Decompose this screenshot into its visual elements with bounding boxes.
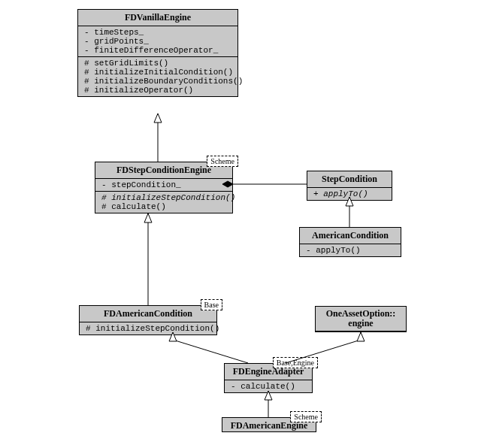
- template-param: Scheme: [207, 156, 238, 167]
- class-title: AmericanCondition: [300, 228, 401, 244]
- class-americancondition: AmericanCondition - applyTo(): [299, 227, 401, 257]
- ops: # initializeStepCondition(): [80, 322, 216, 334]
- class-fdamericancondition: Base FDAmericanCondition # initializeSte…: [79, 305, 217, 335]
- class-stepcondition: StepCondition + applyTo(): [307, 171, 392, 201]
- gen-adapter-fdamcond: [173, 332, 248, 363]
- class-title: StepCondition: [307, 171, 392, 188]
- class-title: FDVanillaEngine: [78, 10, 237, 26]
- ops: # initializeStepCondition() # calculate(…: [95, 192, 232, 213]
- ops: # setGridLimits() # initializeInitialCon…: [78, 57, 237, 96]
- template-param: Base,Engine: [273, 357, 318, 368]
- class-fdamericanengine: Scheme FDAmericanEngine: [222, 417, 316, 432]
- ops: - applyTo(): [300, 244, 401, 256]
- class-fdengineadapter: Base,Engine FDEngineAdapter - calculate(…: [224, 363, 313, 393]
- class-title: FDAmericanCondition: [80, 306, 216, 322]
- class-title: OneAssetOption:: engine: [316, 307, 406, 331]
- class-fdstepconditionengine: Scheme FDStepConditionEngine - stepCondi…: [95, 162, 233, 213]
- class-oneassetoption-engine: OneAssetOption:: engine: [315, 306, 407, 332]
- template-param: Base: [201, 299, 222, 310]
- class-fdvanillaengine: FDVanillaEngine - timeSteps_ - gridPoint…: [77, 9, 238, 97]
- template-param: Scheme: [290, 411, 322, 422]
- attrs: - stepCondition_: [95, 179, 232, 192]
- ops: + applyTo(): [307, 188, 392, 200]
- ops: - calculate(): [225, 380, 312, 392]
- attrs: - timeSteps_ - gridPoints_ - finiteDiffe…: [78, 26, 237, 57]
